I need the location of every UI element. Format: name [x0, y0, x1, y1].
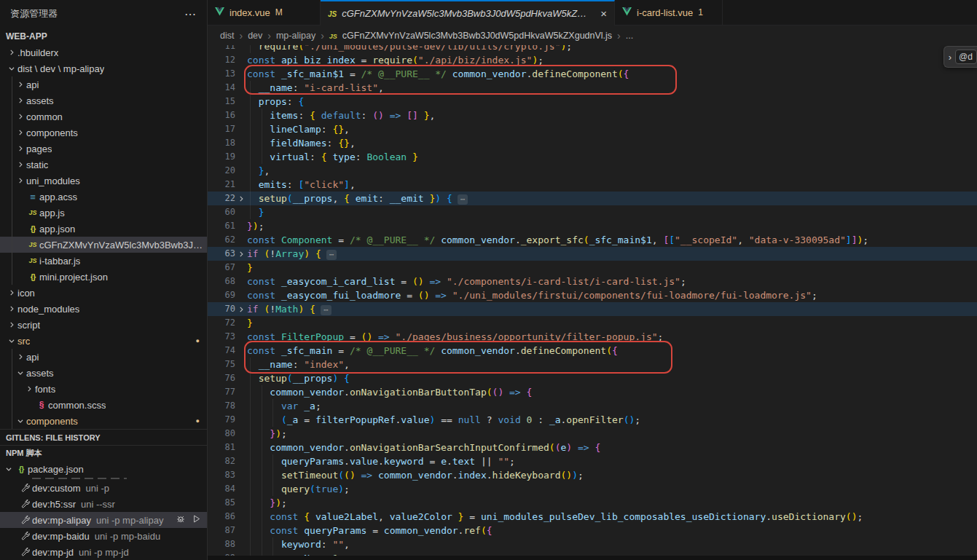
line-number: 70 [208, 302, 235, 316]
floating-widget: › @d [943, 46, 977, 68]
editor-tab[interactable]: index.vueM [208, 0, 321, 25]
tree-indent-guide [12, 76, 12, 285]
npm-script[interactable]: dev:mp-jduni -p mp-jd [0, 544, 207, 560]
code-line: 72} [208, 316, 977, 330]
npm-script-name: dev:custom [32, 483, 80, 494]
explorer-item[interactable]: static [0, 157, 207, 173]
code-text: const Component = /* @__PURE__ */ common… [247, 233, 868, 247]
line-number: 21 [208, 178, 235, 192]
editor-tab[interactable]: i-card-list.vue1 [615, 0, 723, 25]
code-text: setTimeout(() => common_vendor.index.hid… [247, 468, 584, 482]
project-section-header[interactable]: WEB-APP [0, 28, 207, 44]
chevron-down-icon [6, 65, 17, 72]
explorer-item[interactable]: common [0, 109, 207, 125]
npm-script[interactable]: dev:mp-alipayuni -p mp-alipay [0, 512, 207, 528]
explorer-item[interactable]: {}app.json [0, 221, 207, 237]
explorer-item[interactable]: .hbuilderx [0, 44, 207, 60]
explorer-item[interactable]: JScGFnZXMvYnVzaW5lc3Mvb3Bwb3J0dW5pd... [0, 237, 207, 253]
jsonY-file-icon: {} [26, 224, 39, 233]
more-actions-icon[interactable]: ⋯ [184, 7, 197, 21]
gitlens-section-header[interactable]: GITLENS: FILE HISTORY [0, 429, 207, 445]
code-line: 19 virtual: { type: Boolean } [208, 150, 977, 164]
explorer-item[interactable]: dist \ dev \ mp-alipay [0, 60, 207, 76]
fold-chevron-icon[interactable] [235, 302, 247, 316]
explorer-item[interactable]: components [0, 125, 207, 141]
fold-spacer [235, 233, 247, 247]
code-line: 76 setup(__props) { [208, 371, 977, 385]
explorer-item[interactable]: icon [0, 285, 207, 301]
code-line: 18 fieldNames: {}, [208, 136, 977, 150]
run-script-icon[interactable] [192, 514, 201, 526]
code-line: 73const FilterPopup = () => "./pages/bus… [208, 330, 977, 344]
npm-package-json[interactable]: {}package.json [0, 461, 207, 477]
breadcrumb-folder[interactable]: dev [248, 31, 262, 41]
explorer-item[interactable]: pages [0, 141, 207, 157]
breadcrumb-folder[interactable]: dist [220, 31, 234, 41]
fold-spacer [235, 81, 247, 95]
chevron-right-icon[interactable]: › [949, 52, 952, 63]
chevron-down-icon [15, 369, 26, 376]
code-text: emits: ["click"], [247, 178, 356, 192]
fold-spacer [235, 330, 247, 344]
folded-code-badge[interactable]: ⋯ [458, 194, 468, 205]
explorer-item[interactable]: ≡app.acss [0, 189, 207, 205]
explorer-item[interactable]: node_modules [0, 301, 207, 317]
code-line: 21 emits: ["click"], [208, 178, 977, 192]
code-text: common_vendor.onNavigationBarButtonTap((… [247, 385, 532, 399]
explorer-item[interactable]: assets [0, 92, 207, 109]
explorer-item-label: pages [26, 143, 52, 154]
explorer-item[interactable]: script [0, 317, 207, 333]
breadcrumb-file[interactable]: cGFnZXMvYnVzaW5lc3Mvb3Bwb3J0dW5pdHkvaW5k… [342, 31, 612, 41]
fold-spacer [235, 551, 247, 560]
explorer-item[interactable]: assets [0, 365, 207, 381]
fold-chevron-icon[interactable] [235, 247, 247, 261]
explorer-item[interactable]: components● [0, 413, 207, 429]
debug-script-icon[interactable] [176, 514, 186, 527]
line-number: 69 [208, 288, 235, 302]
chevron-right-icon [15, 177, 26, 184]
fold-chevron-icon[interactable] [235, 192, 247, 205]
explorer-item[interactable]: §common.scss [0, 397, 207, 413]
folded-code-badge[interactable]: ⋯ [321, 305, 331, 315]
npm-section-header[interactable]: NPM 脚本 [0, 445, 207, 461]
fold-spacer [235, 496, 247, 510]
explorer-item[interactable]: api [0, 76, 207, 92]
explorer-item[interactable]: uni_modules [0, 173, 207, 189]
code-text: }); [247, 427, 287, 441]
explorer-item[interactable]: api [0, 349, 207, 365]
explorer-item[interactable]: fonts [0, 381, 207, 397]
fold-spacer [235, 454, 247, 468]
chevron-right-icon [15, 81, 26, 88]
code-line: 70if (!Math) {⋯ [208, 302, 977, 316]
breadcrumb-folder[interactable]: mp-alipay [276, 31, 315, 41]
fold-spacer [235, 136, 247, 150]
json-file-icon: {} [15, 465, 28, 473]
folded-code-badge[interactable]: ⋯ [326, 250, 337, 260]
code-line: 81 common_vendor.onNavigationBarSearchIn… [208, 441, 977, 454]
js-file-icon: JS [26, 209, 39, 216]
explorer-item-label: dist \ dev \ mp-alipay [17, 63, 104, 74]
npm-script[interactable]: dev:h5:ssruni --ssr [0, 496, 207, 512]
code-text: items: { default: () => [] }, [247, 109, 435, 122]
chevron-right-icon [6, 305, 17, 312]
explorer-item[interactable]: JSi-tabbar.js [0, 253, 207, 269]
code-line: 89 pageNum: 1, [208, 551, 977, 560]
code-editor[interactable]: 11 require("./uni_modules/pulse-dev/lib/… [208, 45, 977, 560]
wrench-icon [19, 500, 32, 509]
line-number: 20 [208, 164, 235, 178]
breadcrumb-more[interactable]: ... [626, 31, 633, 41]
vue-icon [622, 7, 632, 18]
npm-script[interactable]: dev:customuni -p [0, 480, 207, 496]
wrench-icon [19, 548, 32, 557]
npm-script[interactable]: dev:mp-baiduuni -p mp-baidu [0, 528, 207, 544]
fold-spacer [235, 371, 247, 385]
explorer-item[interactable]: JSapp.js [0, 205, 207, 221]
mention-chip[interactable]: @d [955, 50, 977, 64]
editor-tab[interactable]: JScGFnZXMvYnVzaW5lc3Mvb3Bwb3J0dW5pdHkvaW… [321, 0, 615, 25]
explorer-item[interactable]: src● [0, 333, 207, 349]
explorer-item[interactable]: {}mini.project.json [0, 269, 207, 285]
fold-spacer [235, 510, 247, 524]
tab-label: i-card-list.vue [637, 7, 693, 18]
git-modified-dot: ● [196, 417, 200, 425]
close-icon[interactable]: × [600, 7, 607, 20]
